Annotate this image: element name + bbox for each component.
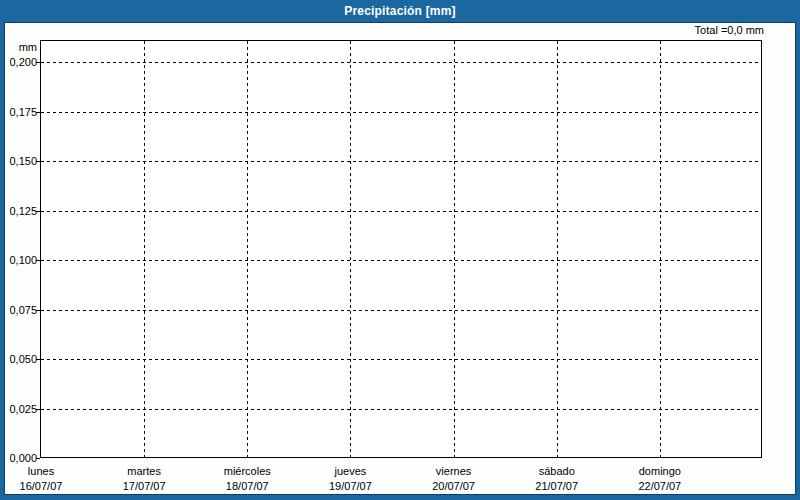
day-name-label: domingo xyxy=(605,464,715,479)
y-axis-label: 0,125 xyxy=(5,205,37,218)
y-axis-label: 0,150 xyxy=(5,155,37,168)
gridline-horizontal xyxy=(41,359,761,360)
gridline-horizontal xyxy=(41,409,761,410)
day-date-label: 16/07/07 xyxy=(0,479,96,494)
chart-panel: Total =0,0 mm mm 0,2000,1750,1500,1250,1… xyxy=(4,22,796,495)
x-axis-day-label: martes17/07/07 xyxy=(89,464,199,494)
chart-title: Precipitación [mm] xyxy=(0,0,800,22)
day-name-label: miércoles xyxy=(192,464,302,479)
day-date-label: 20/07/07 xyxy=(399,479,509,494)
y-axis-label: 0,050 xyxy=(5,353,37,366)
y-axis-label: 0,075 xyxy=(5,304,37,317)
gridline-vertical xyxy=(144,41,145,457)
gridline-horizontal xyxy=(41,62,761,63)
x-axis-day-label: miércoles18/07/07 xyxy=(192,464,302,494)
y-axis-label: 0,025 xyxy=(5,403,37,416)
y-axis-unit-label: mm xyxy=(5,41,37,53)
plot-area xyxy=(40,40,762,458)
gridline-horizontal xyxy=(41,161,761,162)
gridline-vertical xyxy=(454,41,455,457)
day-date-label: 18/07/07 xyxy=(192,479,302,494)
gridline-horizontal xyxy=(41,211,761,212)
chart-window: Precipitación [mm] Total =0,0 mm mm 0,20… xyxy=(0,0,800,500)
day-date-label: 22/07/07 xyxy=(605,479,715,494)
x-axis-day-label: sábado21/07/07 xyxy=(502,464,612,494)
total-value-label: Total =0,0 mm xyxy=(40,24,764,36)
day-date-label: 17/07/07 xyxy=(89,479,199,494)
day-name-label: jueves xyxy=(295,464,405,479)
day-name-label: sábado xyxy=(502,464,612,479)
gridline-horizontal xyxy=(41,310,761,311)
gridline-vertical xyxy=(350,41,351,457)
y-axis-label: 0,175 xyxy=(5,106,37,119)
gridline-vertical xyxy=(660,41,661,457)
day-name-label: martes xyxy=(89,464,199,479)
x-axis-day-label: jueves19/07/07 xyxy=(295,464,405,494)
x-axis-day-label: lunes16/07/07 xyxy=(0,464,96,494)
y-axis-label: 0,100 xyxy=(5,254,37,267)
y-axis-label: 0,200 xyxy=(5,56,37,69)
x-axis-day-label: domingo22/07/07 xyxy=(605,464,715,494)
day-name-label: viernes xyxy=(399,464,509,479)
gridline-vertical xyxy=(557,41,558,457)
day-date-label: 21/07/07 xyxy=(502,479,612,494)
x-axis-day-label: viernes20/07/07 xyxy=(399,464,509,494)
gridline-horizontal xyxy=(41,260,761,261)
gridline-horizontal xyxy=(41,112,761,113)
day-name-label: lunes xyxy=(0,464,96,479)
gridline-vertical xyxy=(247,41,248,457)
day-date-label: 19/07/07 xyxy=(295,479,405,494)
